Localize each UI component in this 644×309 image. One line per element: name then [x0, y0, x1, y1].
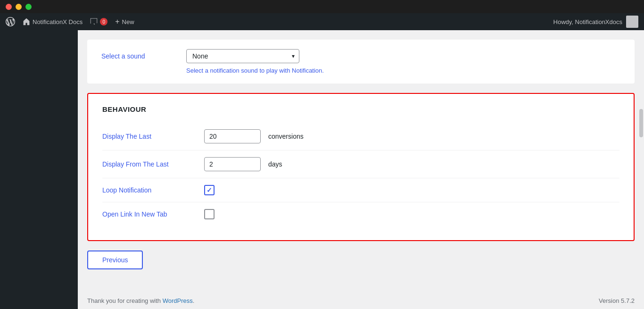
loop-notification-label: Loop Notification [102, 186, 197, 194]
wp-logo-link[interactable] [6, 17, 15, 26]
display-from-the-last-label: Display From The Last [102, 160, 197, 168]
plus-icon: + [115, 17, 119, 26]
sound-section: Select a sound None Bing Chime Ping ▾ Se… [87, 40, 635, 84]
sound-hint: Select a notification sound to play with… [186, 67, 620, 74]
checkmark-icon: ✓ [206, 186, 212, 194]
footer-period: . [193, 297, 195, 304]
previous-button[interactable]: Previous [87, 251, 143, 269]
title-bar [0, 0, 644, 13]
behaviour-title: BEHAVIOUR [102, 105, 619, 113]
sound-select-wrapper: None Bing Chime Ping ▾ [186, 49, 299, 63]
display-from-the-last-row: Display From The Last days [102, 150, 619, 178]
behaviour-section: BEHAVIOUR Display The Last conversions D… [87, 93, 635, 241]
comments-link[interactable]: 0 [90, 18, 107, 25]
avatar[interactable] [626, 16, 638, 28]
open-link-new-tab-row: Open Link In New Tab [102, 202, 619, 226]
traffic-light-yellow[interactable] [16, 4, 22, 10]
wp-admin-bar: NotificationX Docs 0 + New Howdy, Notifi… [0, 13, 644, 30]
sound-select[interactable]: None Bing Chime Ping [186, 49, 299, 63]
display-from-the-last-input[interactable] [204, 157, 261, 171]
howdy-text: Howdy, NotificationXdocs [553, 18, 622, 25]
display-the-last-row: Display The Last conversions [102, 123, 619, 150]
footer-thank-you: Thank you for creating [87, 297, 150, 304]
site-name: NotificationX Docs [33, 18, 83, 25]
wp-logo-icon [6, 17, 15, 26]
sound-label: Select a sound [101, 52, 177, 60]
scrollbar[interactable] [638, 30, 644, 292]
display-from-the-last-unit: days [268, 160, 282, 168]
loop-notification-row: Loop Notification ✓ [102, 178, 619, 202]
footer-with: with [150, 297, 163, 304]
footer-text: Thank you for creating with WordPress. [87, 297, 194, 304]
display-the-last-input[interactable] [204, 129, 261, 143]
sound-form-row: Select a sound None Bing Chime Ping ▾ [101, 49, 620, 63]
sidebar [0, 30, 78, 309]
footer-version: Version 5.7.2 [599, 297, 635, 304]
open-link-new-tab-checkbox[interactable] [204, 209, 215, 219]
site-name-link[interactable]: NotificationX Docs [23, 18, 83, 25]
new-content-link[interactable]: + New [115, 17, 134, 26]
loop-notification-checkbox[interactable]: ✓ [204, 185, 215, 195]
traffic-light-green[interactable] [25, 4, 32, 10]
display-the-last-label: Display The Last [102, 133, 197, 140]
comments-icon [90, 18, 98, 25]
traffic-light-red[interactable] [6, 4, 12, 10]
open-link-new-tab-label: Open Link In New Tab [102, 210, 197, 218]
footer-wordpress-link[interactable]: WordPress [163, 297, 193, 304]
home-icon [23, 18, 30, 25]
wp-footer: Thank you for creating with WordPress. V… [78, 292, 644, 309]
new-label: New [122, 18, 134, 25]
main-content: Select a sound None Bing Chime Ping ▾ Se… [78, 30, 644, 309]
scrollbar-thumb[interactable] [639, 109, 643, 137]
comments-badge: 0 [100, 18, 107, 25]
display-the-last-unit: conversions [268, 133, 304, 140]
